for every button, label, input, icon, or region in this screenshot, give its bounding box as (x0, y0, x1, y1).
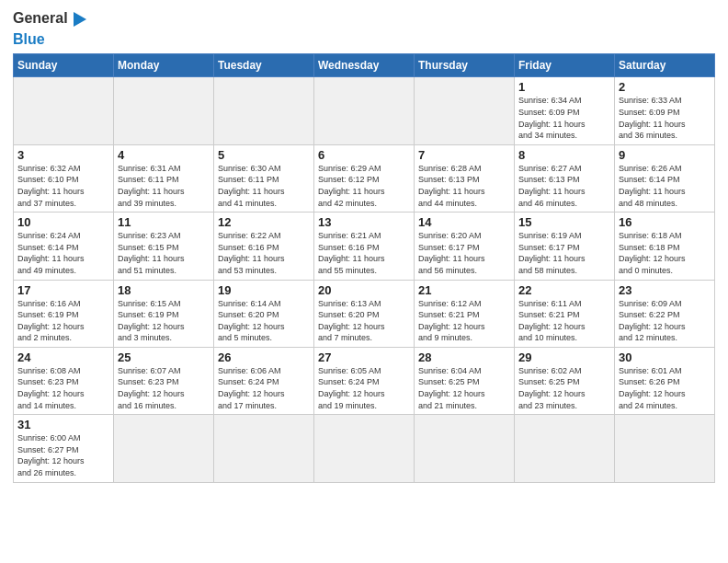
logo-blue-text: Blue (13, 31, 45, 47)
day-info: Sunrise: 6:07 AMSunset: 6:23 PMDaylight:… (118, 365, 210, 411)
day-info: Sunrise: 6:01 AMSunset: 6:26 PMDaylight:… (619, 365, 711, 411)
calendar-day-cell: 11Sunrise: 6:23 AMSunset: 6:15 PMDayligh… (114, 213, 214, 280)
calendar-table: SundayMondayTuesdayWednesdayThursdayFrid… (13, 53, 715, 482)
calendar-week-row: 10Sunrise: 6:24 AMSunset: 6:14 PMDayligh… (14, 213, 715, 280)
day-number: 14 (418, 215, 510, 229)
day-info: Sunrise: 6:04 AMSunset: 6:25 PMDaylight:… (418, 365, 510, 411)
calendar-day-cell: 14Sunrise: 6:20 AMSunset: 6:17 PMDayligh… (415, 213, 515, 280)
weekday-header-sunday: Sunday (14, 54, 114, 77)
calendar-page: General Blue SundayMondayTuesdayWednesda… (0, 0, 728, 563)
calendar-day-cell: 29Sunrise: 6:02 AMSunset: 6:25 PMDayligh… (515, 347, 615, 414)
calendar-day-cell: 19Sunrise: 6:14 AMSunset: 6:20 PMDayligh… (214, 280, 314, 347)
day-number: 25 (118, 350, 210, 364)
calendar-day-cell (114, 77, 214, 144)
day-info: Sunrise: 6:28 AMSunset: 6:13 PMDaylight:… (418, 163, 510, 209)
calendar-day-cell: 30Sunrise: 6:01 AMSunset: 6:26 PMDayligh… (615, 347, 715, 414)
weekday-header-tuesday: Tuesday (214, 54, 314, 77)
day-number: 28 (418, 350, 510, 364)
day-info: Sunrise: 6:00 AMSunset: 6:27 PMDaylight:… (17, 432, 109, 478)
logo: General Blue (13, 9, 86, 48)
day-number: 2 (619, 80, 711, 94)
day-info: Sunrise: 6:05 AMSunset: 6:24 PMDaylight:… (318, 365, 410, 411)
calendar-day-cell (515, 415, 615, 482)
calendar-day-cell: 13Sunrise: 6:21 AMSunset: 6:16 PMDayligh… (314, 213, 415, 280)
day-info: Sunrise: 6:09 AMSunset: 6:22 PMDaylight:… (619, 298, 711, 344)
weekday-header-row: SundayMondayTuesdayWednesdayThursdayFrid… (14, 54, 715, 77)
day-number: 12 (218, 215, 310, 229)
day-number: 8 (518, 148, 610, 162)
day-number: 26 (218, 350, 310, 364)
calendar-day-cell (415, 77, 515, 144)
calendar-day-cell: 28Sunrise: 6:04 AMSunset: 6:25 PMDayligh… (415, 347, 515, 414)
calendar-day-cell: 18Sunrise: 6:15 AMSunset: 6:19 PMDayligh… (114, 280, 214, 347)
weekday-header-saturday: Saturday (615, 54, 715, 77)
day-info: Sunrise: 6:14 AMSunset: 6:20 PMDaylight:… (218, 298, 310, 344)
day-info: Sunrise: 6:23 AMSunset: 6:15 PMDaylight:… (118, 230, 210, 276)
calendar-day-cell: 7Sunrise: 6:28 AMSunset: 6:13 PMDaylight… (415, 144, 515, 212)
logo-container: General (13, 9, 86, 27)
calendar-day-cell (214, 415, 314, 482)
weekday-header-thursday: Thursday (415, 54, 515, 77)
day-number: 19 (218, 283, 310, 297)
day-number: 1 (518, 80, 610, 94)
day-info: Sunrise: 6:18 AMSunset: 6:18 PMDaylight:… (619, 230, 711, 276)
day-info: Sunrise: 6:06 AMSunset: 6:24 PMDaylight:… (218, 365, 310, 411)
calendar-day-cell: 21Sunrise: 6:12 AMSunset: 6:21 PMDayligh… (415, 280, 515, 347)
calendar-day-cell: 22Sunrise: 6:11 AMSunset: 6:21 PMDayligh… (515, 280, 615, 347)
day-info: Sunrise: 6:19 AMSunset: 6:17 PMDaylight:… (518, 230, 610, 276)
day-info: Sunrise: 6:21 AMSunset: 6:16 PMDaylight:… (318, 230, 410, 276)
day-number: 15 (518, 215, 610, 229)
weekday-header-wednesday: Wednesday (314, 54, 415, 77)
day-info: Sunrise: 6:32 AMSunset: 6:10 PMDaylight:… (17, 163, 109, 209)
calendar-day-cell: 12Sunrise: 6:22 AMSunset: 6:16 PMDayligh… (214, 213, 314, 280)
day-info: Sunrise: 6:24 AMSunset: 6:14 PMDaylight:… (17, 230, 109, 276)
day-info: Sunrise: 6:13 AMSunset: 6:20 PMDaylight:… (318, 298, 410, 344)
day-info: Sunrise: 6:27 AMSunset: 6:13 PMDaylight:… (518, 163, 610, 209)
day-info: Sunrise: 6:26 AMSunset: 6:14 PMDaylight:… (619, 163, 711, 209)
calendar-week-row: 24Sunrise: 6:08 AMSunset: 6:23 PMDayligh… (14, 347, 715, 414)
calendar-day-cell: 23Sunrise: 6:09 AMSunset: 6:22 PMDayligh… (615, 280, 715, 347)
calendar-day-cell (415, 415, 515, 482)
day-number: 17 (17, 283, 109, 297)
day-info: Sunrise: 6:12 AMSunset: 6:21 PMDaylight:… (418, 298, 510, 344)
day-info: Sunrise: 6:30 AMSunset: 6:11 PMDaylight:… (218, 163, 310, 209)
day-number: 10 (17, 215, 109, 229)
calendar-day-cell: 5Sunrise: 6:30 AMSunset: 6:11 PMDaylight… (214, 144, 314, 212)
calendar-day-cell: 2Sunrise: 6:33 AMSunset: 6:09 PMDaylight… (615, 77, 715, 144)
header: General Blue (13, 9, 715, 48)
day-info: Sunrise: 6:11 AMSunset: 6:21 PMDaylight:… (518, 298, 610, 344)
day-info: Sunrise: 6:02 AMSunset: 6:25 PMDaylight:… (518, 365, 610, 411)
day-number: 11 (118, 215, 210, 229)
calendar-week-row: 17Sunrise: 6:16 AMSunset: 6:19 PMDayligh… (14, 280, 715, 347)
calendar-week-row: 1Sunrise: 6:34 AMSunset: 6:09 PMDaylight… (14, 77, 715, 144)
day-info: Sunrise: 6:34 AMSunset: 6:09 PMDaylight:… (518, 95, 610, 141)
calendar-day-cell: 1Sunrise: 6:34 AMSunset: 6:09 PMDaylight… (515, 77, 615, 144)
calendar-day-cell (214, 77, 314, 144)
day-number: 18 (118, 283, 210, 297)
day-number: 31 (17, 418, 109, 431)
day-number: 21 (418, 283, 510, 297)
calendar-day-cell: 27Sunrise: 6:05 AMSunset: 6:24 PMDayligh… (314, 347, 415, 414)
calendar-day-cell: 17Sunrise: 6:16 AMSunset: 6:19 PMDayligh… (14, 280, 114, 347)
day-number: 29 (518, 350, 610, 364)
calendar-day-cell: 8Sunrise: 6:27 AMSunset: 6:13 PMDaylight… (515, 144, 615, 212)
day-info: Sunrise: 6:16 AMSunset: 6:19 PMDaylight:… (17, 298, 109, 344)
calendar-week-row: 3Sunrise: 6:32 AMSunset: 6:10 PMDaylight… (14, 144, 715, 212)
calendar-day-cell (314, 415, 415, 482)
day-info: Sunrise: 6:22 AMSunset: 6:16 PMDaylight:… (218, 230, 310, 276)
weekday-header-friday: Friday (515, 54, 615, 77)
day-number: 13 (318, 215, 410, 229)
calendar-day-cell (314, 77, 415, 144)
logo-blue-container: Blue (13, 30, 45, 48)
calendar-day-cell: 16Sunrise: 6:18 AMSunset: 6:18 PMDayligh… (615, 213, 715, 280)
calendar-day-cell: 10Sunrise: 6:24 AMSunset: 6:14 PMDayligh… (14, 213, 114, 280)
calendar-week-row: 31Sunrise: 6:00 AMSunset: 6:27 PMDayligh… (14, 415, 715, 482)
calendar-day-cell: 4Sunrise: 6:31 AMSunset: 6:11 PMDaylight… (114, 144, 214, 212)
day-info: Sunrise: 6:33 AMSunset: 6:09 PMDaylight:… (619, 95, 711, 141)
day-number: 23 (619, 283, 711, 297)
calendar-day-cell (615, 415, 715, 482)
day-number: 3 (17, 148, 109, 162)
day-number: 24 (17, 350, 109, 364)
day-number: 27 (318, 350, 410, 364)
calendar-day-cell: 24Sunrise: 6:08 AMSunset: 6:23 PMDayligh… (14, 347, 114, 414)
